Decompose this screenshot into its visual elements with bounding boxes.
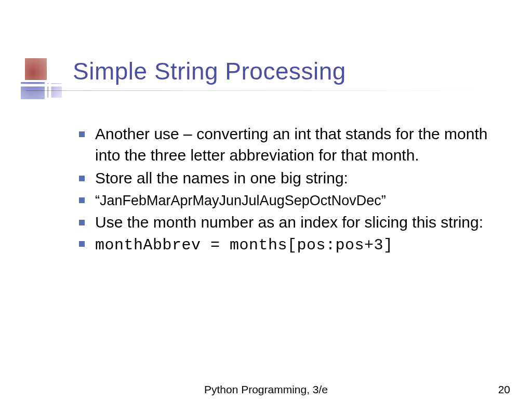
title-underline <box>26 90 473 91</box>
bullet-text: “JanFebMarAprMayJunJulAugSepOctNovDec” <box>95 191 386 210</box>
slide-decoration <box>21 58 62 105</box>
list-item: Use the month number as an index for sli… <box>79 212 501 233</box>
list-item: Another use – converting an int that sta… <box>79 124 501 166</box>
svg-rect-5 <box>21 58 62 110</box>
bullet-icon <box>79 220 85 225</box>
footer-text: Python Programming, 3/e <box>204 383 328 396</box>
bullet-text: Another use – converting an int that sta… <box>95 124 501 166</box>
list-item: “JanFebMarAprMayJunJulAugSepOctNovDec” <box>79 191 501 210</box>
slide-title: Simple String Processing <box>73 57 501 85</box>
bullet-code: monthAbbrev = months[pos:pos+3] <box>95 235 393 256</box>
list-item: monthAbbrev = months[pos:pos+3] <box>79 235 501 256</box>
bullet-icon <box>79 131 85 137</box>
bullet-list: Another use – converting an int that sta… <box>79 124 501 258</box>
page-number: 20 <box>498 383 510 396</box>
bullet-icon <box>79 197 85 203</box>
bullet-icon <box>79 176 85 181</box>
list-item: Store all the names in one big string: <box>79 168 501 189</box>
bullet-text: Use the month number as an index for sli… <box>95 212 483 233</box>
bullet-icon <box>79 241 85 247</box>
bullet-text: Store all the names in one big string: <box>95 168 348 189</box>
